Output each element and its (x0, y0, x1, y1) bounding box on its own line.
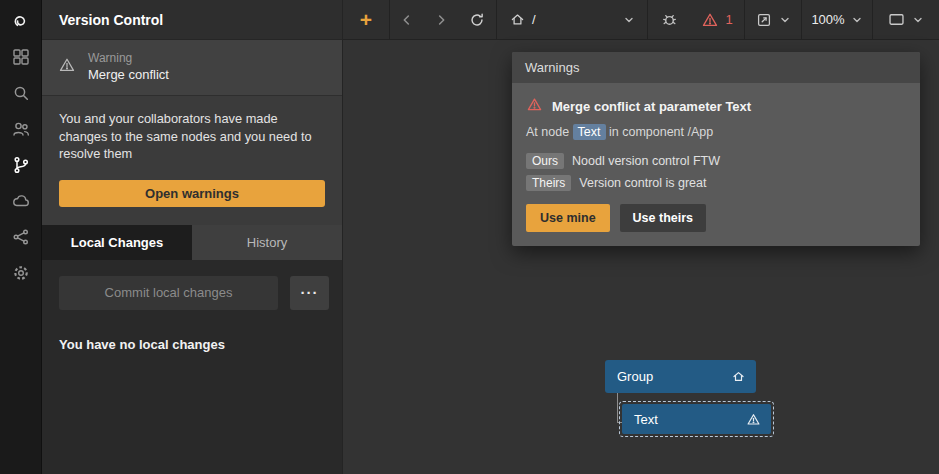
merge-conflict-banner: Warning Merge conflict (42, 40, 342, 96)
activity-bar (0, 0, 42, 474)
node-text[interactable]: Text (622, 404, 771, 434)
ours-chip: Ours (526, 153, 564, 169)
theirs-chip: Theirs (526, 175, 571, 191)
chevron-down-icon (623, 14, 635, 26)
conflict-title: Merge conflict at parameter Text (552, 99, 751, 114)
zoom-level-dropdown[interactable]: 100% (802, 0, 872, 39)
conflict-description: You and your collaborators have made cha… (42, 96, 342, 163)
add-node-button[interactable]: + (343, 0, 389, 39)
chevron-left-icon (398, 11, 416, 29)
noodl-logo-icon[interactable] (10, 10, 32, 31)
share-nodes-icon (11, 227, 31, 247)
component-path-label: / (532, 12, 536, 27)
warning-message: Merge conflict (88, 67, 169, 82)
gear-icon (11, 263, 31, 283)
warnings-popup-title: Warnings (512, 52, 920, 83)
sidebar-item-cloud-functions[interactable] (10, 226, 32, 247)
more-options-button[interactable]: ··· (290, 276, 329, 310)
viewport-size-dropdown[interactable] (873, 0, 937, 39)
sidebar-item-search[interactable] (10, 82, 32, 103)
chevron-right-icon (432, 11, 450, 29)
node-connector (617, 393, 618, 423)
warnings-popup: Warnings Merge conflict at parameter Tex… (512, 52, 920, 246)
local-changes-content: Commit local changes ··· You have no loc… (42, 260, 342, 474)
tab-history[interactable]: History (192, 225, 342, 260)
debug-button[interactable] (648, 0, 690, 39)
node-group[interactable]: Group (605, 360, 756, 393)
bug-icon (660, 10, 679, 29)
chevron-down-icon (779, 14, 791, 26)
git-branch-icon (11, 155, 31, 175)
panel-title: Version Control (42, 0, 342, 40)
sidebar-item-collaboration[interactable] (10, 118, 32, 139)
conflict-location: At node Text in component /App (526, 125, 906, 139)
use-mine-button[interactable]: Use mine (526, 204, 610, 232)
warning-triangle-icon (58, 56, 76, 78)
warning-triangle-icon (526, 96, 543, 117)
ours-row: Ours Noodl version control FTW (526, 153, 906, 169)
grid-icon (11, 47, 31, 67)
chevron-down-icon (912, 14, 924, 26)
chevron-down-icon (851, 14, 863, 26)
panel-tabs: Local Changes History (42, 225, 342, 260)
home-icon (509, 11, 526, 28)
back-button[interactable] (390, 0, 424, 39)
home-icon (731, 369, 746, 384)
cloud-icon (11, 191, 31, 211)
zoom-level-label: 100% (811, 12, 844, 27)
sidebar-item-components[interactable] (10, 46, 32, 67)
sidebar-item-settings[interactable] (10, 262, 32, 283)
node-label: Group (617, 369, 653, 384)
sidebar-item-version-control[interactable] (10, 154, 32, 175)
version-control-panel: Version Control Warning Merge conflict Y… (42, 0, 343, 474)
canvas-toolbar: + / (343, 0, 939, 40)
warning-triangle-icon (701, 11, 719, 29)
warning-label: Warning (88, 51, 169, 65)
expand-icon (755, 11, 773, 29)
use-theirs-button[interactable]: Use theirs (620, 204, 706, 232)
node-name-chip: Text (573, 124, 606, 140)
refresh-button[interactable] (458, 0, 496, 39)
monitor-icon (887, 10, 906, 29)
sidebar-item-cloud[interactable] (10, 190, 32, 211)
refresh-icon (468, 11, 486, 29)
preview-mode-dropdown[interactable] (745, 0, 801, 39)
node-text-selection[interactable]: Text (619, 401, 774, 437)
theirs-row: Theirs Version control is great (526, 175, 906, 191)
warning-count-badge: 1 (725, 12, 732, 27)
open-warnings-button[interactable]: Open warnings (59, 180, 325, 207)
warnings-button[interactable]: 1 (690, 0, 744, 39)
component-path-dropdown[interactable]: / (497, 0, 647, 39)
node-label: Text (634, 412, 658, 427)
warning-triangle-icon (746, 412, 761, 427)
app-window: Version Control Warning Merge conflict Y… (0, 0, 939, 474)
no-local-changes-message: You have no local changes (59, 337, 329, 352)
ours-value: Noodl version control FTW (572, 154, 720, 168)
tab-local-changes[interactable]: Local Changes (42, 225, 192, 260)
theirs-value: Version control is great (579, 176, 706, 190)
forward-button[interactable] (424, 0, 458, 39)
people-icon (11, 119, 31, 139)
search-icon (11, 83, 31, 103)
main-area: + / (343, 0, 939, 474)
commit-local-changes-button[interactable]: Commit local changes (59, 276, 278, 310)
